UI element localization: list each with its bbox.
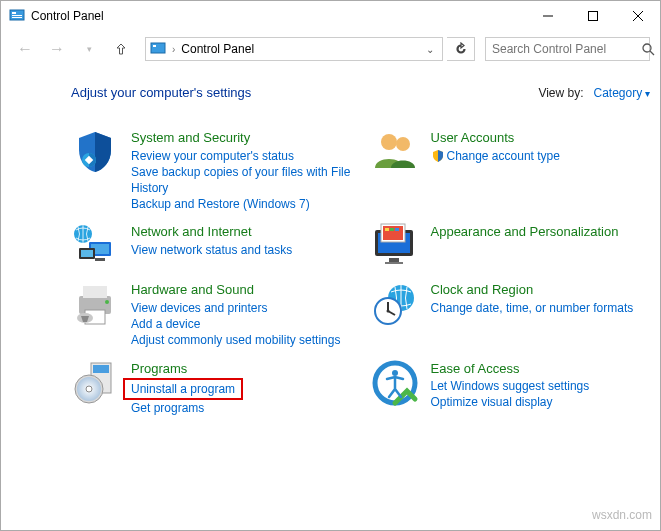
content-area: Adjust your computer's settings View by:… xyxy=(1,67,660,426)
highlight-box: Uninstall a program xyxy=(123,378,243,400)
category-network: Network and Internet View network status… xyxy=(71,222,351,270)
svg-point-47 xyxy=(392,370,398,376)
svg-rect-23 xyxy=(390,228,394,231)
category-title[interactable]: Ease of Access xyxy=(431,361,651,377)
category-user-accounts: User Accounts Change account type xyxy=(371,128,651,212)
maximize-button[interactable] xyxy=(570,1,615,31)
sublink[interactable]: Get programs xyxy=(131,400,351,416)
sublink[interactable]: Change account type xyxy=(431,148,651,164)
network-icon xyxy=(71,222,119,270)
category-title[interactable]: Appearance and Personalization xyxy=(431,224,651,240)
addressbar-location: Control Panel xyxy=(181,42,254,56)
window-title: Control Panel xyxy=(31,9,525,23)
svg-point-14 xyxy=(381,134,397,150)
searchbox[interactable] xyxy=(485,37,650,61)
svg-line-11 xyxy=(650,51,654,55)
svg-rect-42 xyxy=(93,365,109,373)
svg-rect-18 xyxy=(389,258,399,262)
svg-rect-3 xyxy=(12,17,22,18)
titlebar: Control Panel xyxy=(1,1,660,31)
up-button[interactable] xyxy=(107,35,135,63)
sublink[interactable]: Add a device xyxy=(131,316,351,332)
viewby-dropdown[interactable]: Category xyxy=(594,86,650,100)
svg-rect-19 xyxy=(385,262,403,264)
svg-rect-30 xyxy=(81,250,93,257)
svg-rect-22 xyxy=(385,228,389,231)
viewby-label: View by: xyxy=(538,86,583,100)
sublink[interactable]: Change date, time, or number formats xyxy=(431,300,651,316)
refresh-button[interactable] xyxy=(447,37,475,61)
category-title[interactable]: Network and Internet xyxy=(131,224,351,240)
watermark: wsxdn.com xyxy=(592,508,652,522)
ease-of-access-icon xyxy=(371,359,419,407)
svg-point-40 xyxy=(386,310,389,313)
svg-rect-32 xyxy=(83,286,107,298)
addressbar-icon xyxy=(150,41,166,57)
close-button[interactable] xyxy=(615,1,660,31)
chevron-right-icon: › xyxy=(172,44,175,55)
category-hardware: Hardware and Sound View devices and prin… xyxy=(71,280,351,348)
users-icon xyxy=(371,128,419,176)
categories-grid: System and Security Review your computer… xyxy=(71,128,650,416)
sublink[interactable]: Adjust commonly used mobility settings xyxy=(131,332,351,348)
sublink[interactable]: Optimize visual display xyxy=(431,394,651,410)
category-title[interactable]: Programs xyxy=(131,361,351,377)
category-title[interactable]: User Accounts xyxy=(431,130,651,146)
search-icon[interactable] xyxy=(642,43,655,56)
category-title[interactable]: Clock and Region xyxy=(431,282,651,298)
svg-rect-24 xyxy=(395,228,399,231)
sublink[interactable]: View devices and printers xyxy=(131,300,351,316)
recent-dropdown-icon[interactable]: ▾ xyxy=(75,35,103,63)
shield-icon xyxy=(71,128,119,176)
svg-point-10 xyxy=(643,44,651,52)
category-programs: Programs Uninstall a program Get program… xyxy=(71,359,351,417)
sublink[interactable]: View network status and tasks xyxy=(131,242,351,258)
forward-button[interactable]: → xyxy=(43,35,71,63)
svg-point-45 xyxy=(86,386,92,392)
control-panel-window: Control Panel ← → ▾ › Control Panel xyxy=(0,0,661,531)
disc-box-icon xyxy=(71,359,119,407)
header-row: Adjust your computer's settings View by:… xyxy=(71,85,650,100)
back-button[interactable]: ← xyxy=(11,35,39,63)
clock-globe-icon xyxy=(371,280,419,328)
category-appearance: Appearance and Personalization xyxy=(371,222,651,270)
category-title[interactable]: System and Security xyxy=(131,130,351,146)
category-ease-of-access: Ease of Access Let Windows suggest setti… xyxy=(371,359,651,417)
category-system-security: System and Security Review your computer… xyxy=(71,128,351,212)
category-title[interactable]: Hardware and Sound xyxy=(131,282,351,298)
monitor-picture-icon xyxy=(371,222,419,270)
addressbar[interactable]: › Control Panel ⌄ xyxy=(145,37,443,61)
sublink-uninstall-program[interactable]: Uninstall a program xyxy=(131,381,235,397)
svg-rect-5 xyxy=(588,12,597,21)
minimize-button[interactable] xyxy=(525,1,570,31)
svg-point-34 xyxy=(105,300,109,304)
sublink[interactable]: Save backup copies of your files with Fi… xyxy=(131,164,351,196)
control-panel-icon xyxy=(9,8,25,24)
category-clock: Clock and Region Change date, time, or n… xyxy=(371,280,651,348)
svg-rect-2 xyxy=(12,15,22,16)
svg-point-15 xyxy=(396,137,410,151)
sublink[interactable]: Let Windows suggest settings xyxy=(431,378,651,394)
sublink[interactable]: Review your computer's status xyxy=(131,148,351,164)
uac-shield-icon xyxy=(431,149,445,163)
svg-rect-1 xyxy=(12,12,16,14)
addressbar-dropdown-icon[interactable]: ⌄ xyxy=(422,44,438,55)
page-title: Adjust your computer's settings xyxy=(71,85,538,100)
navigation-bar: ← → ▾ › Control Panel ⌄ xyxy=(1,31,660,67)
search-input[interactable] xyxy=(492,42,642,56)
svg-rect-8 xyxy=(151,43,165,53)
printer-icon xyxy=(71,280,119,328)
svg-rect-9 xyxy=(153,45,156,47)
svg-rect-28 xyxy=(95,258,105,261)
sublink[interactable]: Backup and Restore (Windows 7) xyxy=(131,196,351,212)
window-controls xyxy=(525,1,660,31)
